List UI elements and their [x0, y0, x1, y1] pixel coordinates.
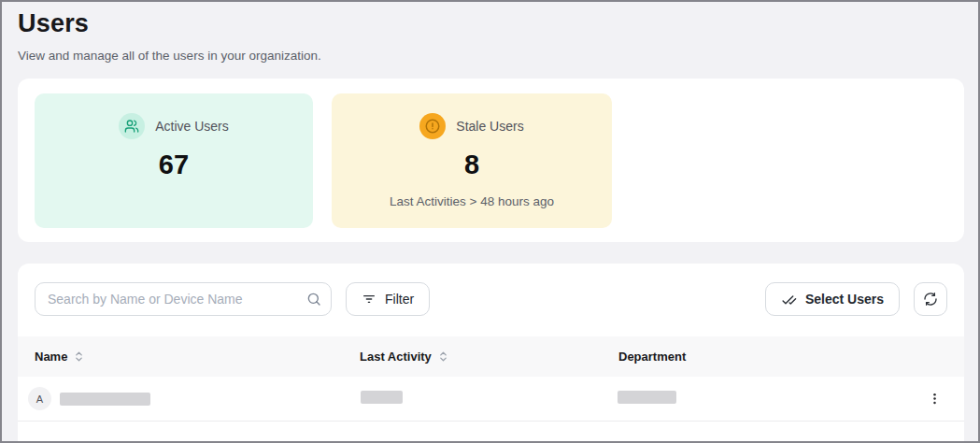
last-activity-cell	[361, 391, 618, 407]
stale-users-stat-head: Stale Users	[419, 113, 523, 139]
select-users-button-label: Select Users	[805, 292, 884, 307]
refresh-button[interactable]	[914, 282, 947, 316]
stale-users-stat-card: Stale Users 8 Last Activities > 48 hours…	[332, 93, 612, 228]
search-icon	[306, 292, 321, 307]
stale-users-value: 8	[464, 151, 479, 179]
select-users-button[interactable]: Select Users	[765, 282, 900, 316]
page-subtitle: View and manage all of the users in your…	[18, 49, 962, 63]
stale-users-label: Stale Users	[456, 119, 523, 134]
column-header-last-activity-label: Last Activity	[360, 350, 432, 364]
table-row[interactable]: A	[18, 377, 964, 422]
summary-card: Active Users 67 Stale Users 8 Last Activ…	[18, 79, 964, 242]
sort-chevrons-icon	[437, 350, 449, 363]
active-users-value: 67	[159, 151, 189, 179]
users-page: Users View and manage all of the users i…	[0, 0, 980, 443]
search-input[interactable]	[35, 282, 332, 316]
column-header-department-label: Department	[618, 350, 686, 364]
table-toolbar: Filter Select Users	[18, 282, 964, 316]
page-header: Users View and manage all of the users i…	[2, 2, 978, 63]
column-header-last-activity[interactable]: Last Activity	[360, 350, 618, 364]
alert-circle-icon	[419, 113, 446, 139]
double-check-icon	[781, 292, 797, 307]
name-skeleton	[60, 393, 150, 406]
active-users-label: Active Users	[155, 119, 229, 134]
search-box	[35, 282, 332, 316]
page-title: Users	[18, 9, 962, 38]
column-header-department: Department	[618, 350, 921, 364]
table-header-row: Name Last Activity Department	[18, 336, 964, 377]
users-icon	[119, 113, 145, 139]
name-cell: A	[28, 387, 361, 410]
column-header-name[interactable]: Name	[35, 350, 360, 364]
filter-button-label: Filter	[385, 292, 414, 307]
active-users-stat-card: Active Users 67	[35, 93, 313, 228]
filter-lines-icon	[362, 292, 376, 307]
stale-users-note: Last Activities > 48 hours ago	[390, 194, 554, 208]
last-activity-skeleton	[361, 391, 403, 404]
sort-chevrons-icon	[73, 350, 85, 363]
column-header-name-label: Name	[35, 350, 67, 364]
kebab-menu-icon[interactable]	[921, 392, 947, 406]
filter-button[interactable]: Filter	[346, 282, 430, 316]
department-cell	[618, 391, 921, 407]
department-skeleton	[618, 391, 676, 404]
refresh-icon	[923, 292, 938, 307]
active-users-stat-head: Active Users	[119, 113, 229, 139]
users-table-card: Filter Select Users	[18, 264, 964, 441]
avatar: A	[28, 387, 51, 410]
